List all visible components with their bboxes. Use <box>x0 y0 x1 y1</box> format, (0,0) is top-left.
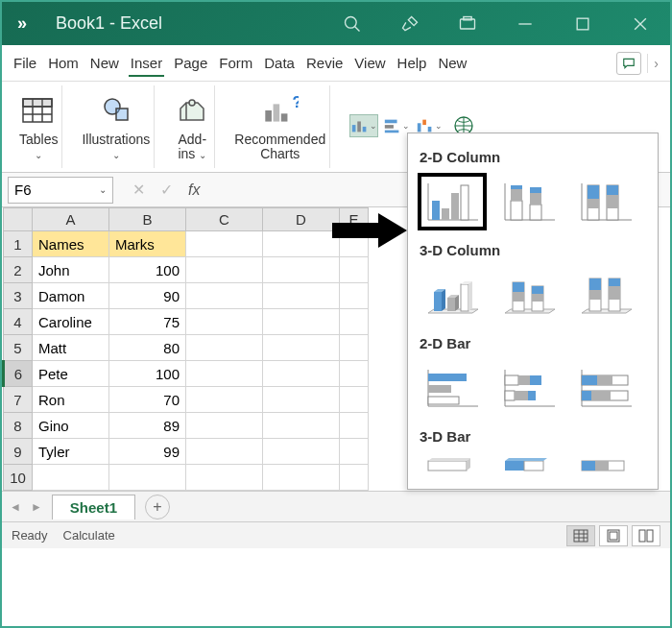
row-header-3[interactable]: 3 <box>4 283 33 309</box>
svg-rect-69 <box>461 284 468 311</box>
name-box[interactable]: F6 ⌄ <box>8 177 113 204</box>
grid[interactable]: A B C D E 1 Names Marks 2John100 3Damon9… <box>2 207 369 491</box>
stacked-column-option[interactable] <box>496 175 562 229</box>
row-header-10[interactable]: 10 <box>4 465 33 491</box>
tab-file[interactable]: File <box>8 49 42 77</box>
ribbon-scroll-right[interactable]: › <box>647 54 664 73</box>
row-header-2[interactable]: 2 <box>4 257 33 283</box>
page-layout-view-button[interactable] <box>599 525 628 546</box>
cell-b5[interactable]: 80 <box>109 335 186 361</box>
brush-icon[interactable] <box>396 10 424 38</box>
title-bar: » Book1 - Excel <box>2 2 670 45</box>
tab-page-layout[interactable]: Page <box>168 49 213 77</box>
comments-button[interactable] <box>616 52 641 75</box>
cell-b4[interactable]: 75 <box>109 309 186 335</box>
tab-data[interactable]: Data <box>258 49 300 77</box>
cell-a5[interactable]: Matt <box>33 335 109 361</box>
cell-b8[interactable]: 89 <box>109 413 186 439</box>
3d-100-stacked-bar-option[interactable] <box>573 454 638 483</box>
sheet-prev-icon[interactable]: ◄ <box>10 500 21 514</box>
tab-review[interactable]: Revie <box>300 49 348 77</box>
column-chart-dropdown[interactable]: ⌄ <box>349 114 378 137</box>
col-header-d[interactable]: D <box>263 208 340 231</box>
3d-100-stacked-column-option[interactable] <box>573 268 638 322</box>
cell-a6[interactable]: Pete <box>33 361 109 387</box>
cell-b3[interactable]: 90 <box>109 283 186 309</box>
cancel-formula-icon[interactable]: ✕ <box>132 181 145 199</box>
fx-icon[interactable]: fx <box>188 181 200 199</box>
100-stacked-bar-option[interactable] <box>573 361 638 415</box>
stacked-bar-option[interactable] <box>496 361 562 415</box>
recommended-charts-icon: ? <box>262 92 299 129</box>
svg-marker-108 <box>428 458 470 461</box>
quick-access-overflow[interactable]: » <box>17 13 27 34</box>
svg-rect-18 <box>273 104 279 121</box>
tab-home[interactable]: Hom <box>42 49 84 77</box>
ribbon-mode-icon[interactable] <box>453 10 482 38</box>
ribbon-group-recommended-charts[interactable]: ? Recommended Charts <box>230 85 330 168</box>
cell-b2[interactable]: 100 <box>109 257 186 283</box>
cell-b6[interactable]: 100 <box>109 361 186 387</box>
tab-help[interactable]: Help <box>392 49 433 77</box>
normal-view-button[interactable] <box>566 525 595 546</box>
row-header-6[interactable]: 6 <box>4 361 33 387</box>
tab-view[interactable]: View <box>348 49 391 77</box>
name-box-value: F6 <box>14 181 32 198</box>
close-button[interactable] <box>626 10 655 38</box>
cell-b1[interactable]: Marks <box>109 231 186 257</box>
maximize-button[interactable] <box>568 10 597 38</box>
search-icon[interactable] <box>338 10 367 38</box>
sheet-next-icon[interactable]: ► <box>31 500 42 514</box>
col-header-a[interactable]: A <box>33 208 109 231</box>
cell-a2[interactable]: John <box>33 257 109 283</box>
3d-stacked-column-option[interactable] <box>496 268 562 322</box>
page-break-view-button[interactable] <box>632 525 660 546</box>
add-sheet-button[interactable]: + <box>145 495 170 519</box>
minimize-button[interactable] <box>511 10 540 38</box>
row-header-4[interactable]: 4 <box>4 309 33 335</box>
col-header-b[interactable]: B <box>109 208 186 231</box>
name-box-caret-icon[interactable]: ⌄ <box>99 184 107 195</box>
3d-clustered-bar-option[interactable] <box>420 454 485 483</box>
cell-b7[interactable]: 70 <box>109 387 186 413</box>
cell-d1[interactable] <box>263 231 340 257</box>
section-2d-column: 2-D Column <box>420 149 646 165</box>
tab-new[interactable]: New <box>84 49 125 77</box>
ribbon-group-addins[interactable]: Add- ins ⌄ <box>170 85 215 168</box>
row-header-8[interactable]: 8 <box>4 413 33 439</box>
cell-a9[interactable]: Tyler <box>33 439 109 465</box>
recommended-charts-label: Recommended Charts <box>234 133 325 162</box>
tab-new2[interactable]: New <box>432 49 472 77</box>
cell-a7[interactable]: Ron <box>33 387 109 413</box>
cell-a3[interactable]: Damon <box>33 283 109 309</box>
svg-rect-19 <box>281 113 288 121</box>
svg-rect-94 <box>518 375 530 385</box>
sheet-tab-sheet1[interactable]: Sheet1 <box>52 495 135 519</box>
svg-rect-52 <box>530 193 541 205</box>
cell-a1[interactable]: Names <box>33 231 109 257</box>
section-3d-column: 3-D Column <box>420 242 646 258</box>
row-header-1[interactable]: 1 <box>4 231 33 257</box>
svg-point-16 <box>189 100 195 106</box>
clustered-bar-option[interactable] <box>420 361 485 415</box>
illustrations-icon <box>98 92 134 129</box>
3d-clustered-column-option[interactable] <box>420 268 485 322</box>
row-header-9[interactable]: 9 <box>4 439 33 465</box>
cell-b9[interactable]: 99 <box>109 439 186 465</box>
select-all-corner[interactable] <box>4 208 33 231</box>
cell-a4[interactable]: Caroline <box>33 309 109 335</box>
ribbon-group-illustrations[interactable]: Illustrations⌄ <box>78 85 155 168</box>
row-header-5[interactable]: 5 <box>4 335 33 361</box>
enter-formula-icon[interactable]: ✓ <box>160 181 173 199</box>
ribbon-group-tables[interactable]: Tables⌄ <box>15 85 62 168</box>
tab-formulas[interactable]: Form <box>213 49 258 77</box>
3d-stacked-bar-option[interactable] <box>496 454 562 483</box>
clustered-column-option[interactable] <box>420 175 485 229</box>
col-header-c[interactable]: C <box>186 208 263 231</box>
tab-insert[interactable]: Inser <box>125 49 168 77</box>
cell-c1[interactable] <box>186 231 263 257</box>
row-header-7[interactable]: 7 <box>4 387 33 413</box>
cell-a8[interactable]: Gino <box>33 413 109 439</box>
100-stacked-column-option[interactable] <box>573 175 638 229</box>
svg-rect-93 <box>505 375 518 385</box>
